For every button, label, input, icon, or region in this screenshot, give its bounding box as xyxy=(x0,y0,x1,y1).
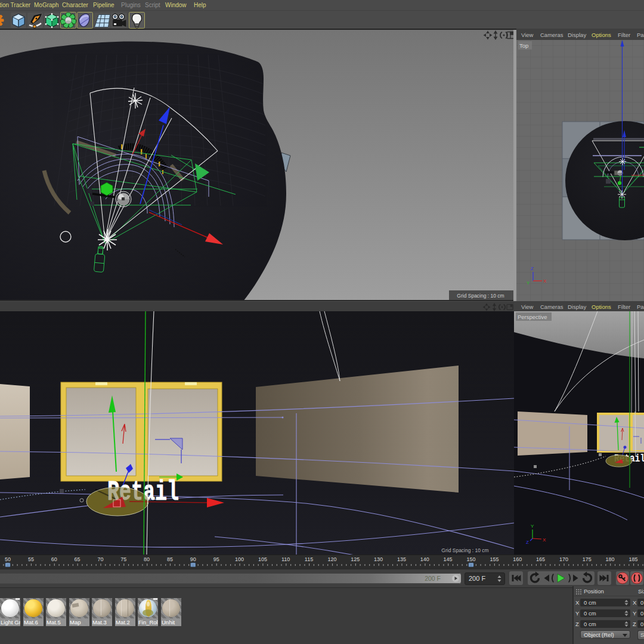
svg-text:60: 60 xyxy=(51,556,57,562)
svg-text:Perspective: Perspective xyxy=(518,314,547,320)
svg-text:175: 175 xyxy=(583,556,592,562)
svg-text:70: 70 xyxy=(97,556,103,562)
svg-text:Grid Spacing : 10 cm: Grid Spacing : 10 cm xyxy=(441,547,488,553)
svg-text:110: 110 xyxy=(281,556,290,562)
svg-text:65: 65 xyxy=(75,556,80,562)
svg-text:125: 125 xyxy=(351,556,360,562)
svg-text:Y: Y xyxy=(531,524,534,529)
svg-text:100: 100 xyxy=(235,556,244,562)
svg-text:X: X xyxy=(543,537,546,543)
svg-text:50: 50 xyxy=(5,556,11,562)
svg-text:95: 95 xyxy=(213,556,219,562)
svg-text:185: 185 xyxy=(628,556,637,562)
svg-text:140: 140 xyxy=(420,556,429,562)
svg-text:55: 55 xyxy=(28,556,34,562)
svg-text:Grid Spacing : 10 cm: Grid Spacing : 10 cm xyxy=(457,293,504,299)
svg-text:115: 115 xyxy=(305,556,313,562)
svg-text:Y: Y xyxy=(527,280,530,286)
svg-text:Top: Top xyxy=(519,42,528,49)
svg-text:180: 180 xyxy=(606,556,615,562)
svg-text:145: 145 xyxy=(444,556,453,562)
svg-text:80: 80 xyxy=(144,556,150,562)
svg-text:105: 105 xyxy=(258,556,267,562)
svg-text:Z: Z xyxy=(526,540,529,545)
svg-text:130: 130 xyxy=(374,556,383,562)
svg-text:170: 170 xyxy=(559,556,568,562)
svg-text:150: 150 xyxy=(466,556,475,562)
svg-text:X: X xyxy=(543,278,547,284)
svg-text:75: 75 xyxy=(120,556,126,562)
svg-text:120: 120 xyxy=(327,556,336,562)
svg-text:165: 165 xyxy=(536,556,545,562)
svg-text:160: 160 xyxy=(513,556,522,562)
svg-text:135: 135 xyxy=(397,556,406,562)
svg-text:85: 85 xyxy=(167,556,173,562)
svg-text:155: 155 xyxy=(490,556,499,562)
svg-text:90: 90 xyxy=(190,556,196,562)
svg-text:Z: Z xyxy=(531,266,534,271)
